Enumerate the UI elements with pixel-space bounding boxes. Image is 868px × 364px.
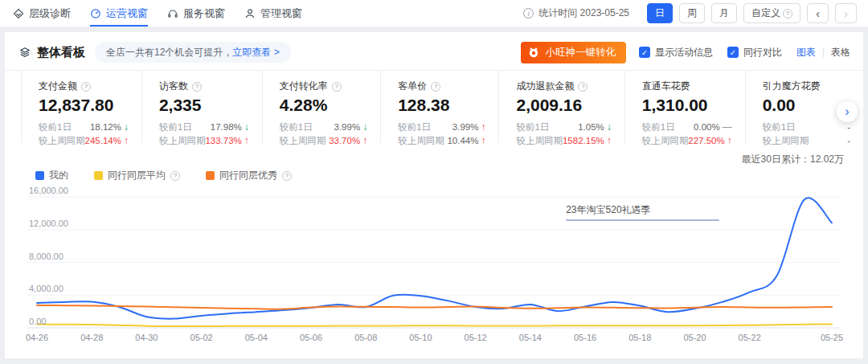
gauge-icon — [90, 8, 101, 19]
series-line-同行同层优秀 — [37, 305, 832, 309]
tab-level-diagnosis[interactable]: 层级诊断 — [13, 0, 71, 27]
event-annotation[interactable]: 23年淘宝520礼遇季 — [566, 203, 719, 221]
opportunity-banner: 全店一共有12个机会可提升， 立即查看 > — [95, 42, 291, 63]
trend-arrow-icon: ↓ — [124, 121, 129, 134]
help-icon[interactable]: ? — [192, 82, 202, 92]
period-week-button[interactable]: 周 — [679, 3, 705, 23]
trend-arrow-icon: ↑ — [607, 134, 612, 148]
wangshen-icon — [527, 46, 540, 59]
metric-card-payment-amount[interactable]: 支付金额? 12,837.80 较前1日18.12%↓ 较上周同期245.14%… — [21, 71, 141, 143]
period-custom-button[interactable]: 自定义 ? — [743, 3, 800, 23]
help-icon[interactable]: ? — [431, 82, 440, 92]
trend-arrow-icon: ↑ — [727, 134, 732, 148]
compare-row: 较上周同期1582.15%↑ — [516, 134, 611, 148]
trend-arrow-icon: ↑ — [481, 121, 485, 134]
legend-item-peer-excellent[interactable]: 同行同层优秀 ? — [206, 169, 292, 182]
chart-view-toggle[interactable]: 图表 — [796, 46, 816, 59]
metric-title: 访客数 — [159, 80, 188, 93]
metric-title: 成功退款金额 — [516, 80, 574, 93]
legend-swatch — [35, 171, 44, 180]
view-tabs: 层级诊断 运营视窗 服务视窗 管理视窗 — [13, 0, 302, 27]
help-icon[interactable]: ? — [332, 82, 342, 92]
y-axis-tick: 16,000.00 — [29, 186, 68, 195]
metric-card-conversion-rate[interactable]: 支付转化率? 4.28% 较前1日3.99%↓ 较上周同期33.70%↑ — [262, 71, 380, 143]
metric-card-avg-order-value[interactable]: 客单价? 128.38 较前1日3.99%↑ 较上周同期10.44%↑ — [380, 71, 498, 143]
stat-time-label: 统计时间 2023-05-25 — [538, 6, 629, 20]
diamond-icon — [13, 8, 24, 19]
tab-label: 管理视窗 — [260, 6, 302, 21]
compare-row: 较上周同期227.50%↑ — [642, 134, 732, 148]
legend-item-mine[interactable]: 我的 — [35, 169, 68, 182]
legend-swatch — [94, 171, 103, 180]
compare-row: 较前1日18.12%↓ — [39, 121, 129, 134]
peer-compare-checkbox[interactable]: ✓ 同行对比 — [727, 46, 782, 59]
wangshen-convert-button[interactable]: 小旺神一键转化 — [521, 42, 626, 63]
x-axis-labels: 04-2604-2804-3005-0205-0405-0605-0805-10… — [27, 333, 841, 347]
x-axis-tick: 05-14 — [519, 333, 542, 342]
help-icon[interactable]: ? — [81, 82, 91, 92]
period-month-button[interactable]: 月 — [711, 3, 737, 23]
metric-value: 128.38 — [398, 96, 485, 115]
checkbox-checked-icon: ✓ — [727, 47, 739, 58]
metric-title: 支付金额 — [39, 80, 77, 93]
metric-title: 引力魔方花费 — [763, 80, 821, 93]
metric-card-refund-amount[interactable]: 成功退款金额? 2,009.16 较前1日1.05%↓ 较上周同期1582.15… — [498, 71, 624, 143]
tab-service-view[interactable]: 服务视窗 — [167, 0, 225, 27]
prev-date-button[interactable]: ‹ — [807, 3, 829, 23]
x-axis-tick: 04-26 — [26, 333, 48, 342]
help-icon: ? — [282, 171, 292, 181]
x-axis-tick: 04-28 — [80, 333, 103, 342]
panel-header: 整体看板 全店一共有12个机会可提升， 立即查看 > 小旺神一键转化 ✓ 显示活… — [5, 32, 863, 66]
help-icon[interactable]: ? — [578, 82, 588, 92]
tab-label: 运营视窗 — [106, 6, 148, 21]
metric-card-visitors[interactable]: 访客数? 2,335 较前1日17.98%↓ 较上周同期133.73%↑ — [141, 71, 262, 143]
layers-icon — [19, 47, 31, 58]
event-annotation-text: 23年淘宝520礼遇季 — [566, 203, 719, 217]
trend-arrow-icon: — — [723, 121, 732, 134]
opportunity-link[interactable]: 立即查看 > — [232, 46, 279, 59]
metric-cards-row: 支付金额? 12,837.80 较前1日18.12%↓ 较上周同期245.14%… — [5, 70, 863, 143]
metric-card-ztc-cost[interactable]: 直通车花费? 1,310.00 较前1日0.00%— 较上周同期227.50%↑ — [624, 71, 745, 143]
cards-carousel-next-button[interactable]: › — [837, 101, 858, 122]
show-activity-checkbox[interactable]: ✓ 显示活动信息 — [639, 46, 713, 59]
chart-legend: 我的 同行同层平均 ? 同行同层优秀 ? — [35, 169, 292, 182]
legend-item-peer-average[interactable]: 同行同层平均 ? — [94, 169, 180, 182]
x-axis-tick: 05-25 — [821, 333, 843, 342]
x-axis-tick: 05-22 — [739, 333, 761, 342]
compare-row: 较前1日- — [763, 121, 850, 134]
metric-value: 1,310.00 — [642, 96, 732, 115]
tab-label: 服务视窗 — [183, 6, 225, 21]
next-date-button[interactable]: › — [835, 3, 857, 23]
view-mode-toggle: 图表 | 表格 — [796, 46, 850, 59]
metric-value: 4.28% — [280, 96, 367, 115]
trend-arrow-icon: ↓ — [362, 121, 367, 134]
top-navigation-bar: 层级诊断 运营视窗 服务视窗 管理视窗 i 统计时间 2023-05-25 日 … — [0, 0, 868, 27]
person-icon — [244, 8, 256, 19]
compare-row: 较上周同期245.14%↑ — [39, 134, 129, 148]
page-title: 整体看板 — [37, 45, 85, 60]
table-view-toggle[interactable]: 表格 — [831, 46, 850, 59]
stat-time: i 统计时间 2023-05-25 — [523, 6, 629, 20]
trend-arrow-icon: ↑ — [362, 134, 367, 148]
info-icon: i — [523, 8, 534, 18]
help-icon: ? — [170, 171, 180, 181]
trend-arrow-icon: ↑ — [124, 134, 129, 148]
time-controls: i 统计时间 2023-05-25 日 周 月 自定义 ? ‹ › — [523, 3, 857, 23]
compare-row: 较前1日3.99%↓ — [280, 121, 367, 134]
x-axis-tick: 05-04 — [245, 333, 268, 342]
trend-arrow-icon: ↓ — [607, 121, 612, 134]
trend-line-chart[interactable]: 0.004,000.008,000.0012,000.0016,000.00 2… — [27, 183, 841, 329]
metric-title: 支付转化率 — [280, 80, 328, 93]
tab-management-view[interactable]: 管理视窗 — [244, 0, 302, 27]
x-axis-tick: 05-02 — [190, 333, 213, 342]
compare-row: 较上周同期133.73%↑ — [159, 134, 249, 148]
help-icon: ? — [783, 9, 792, 18]
compare-row: 较上周同期- — [763, 134, 850, 148]
x-axis-tick: 05-08 — [354, 333, 377, 342]
opportunity-text: 全店一共有12个机会可提升， — [106, 46, 232, 59]
tab-operation-view[interactable]: 运营视窗 — [90, 0, 148, 27]
trend-arrow-icon: ↑ — [244, 134, 249, 148]
x-axis-tick: 05-10 — [409, 333, 432, 342]
period-day-button[interactable]: 日 — [647, 3, 673, 23]
metric-value: 12,837.80 — [39, 96, 129, 115]
